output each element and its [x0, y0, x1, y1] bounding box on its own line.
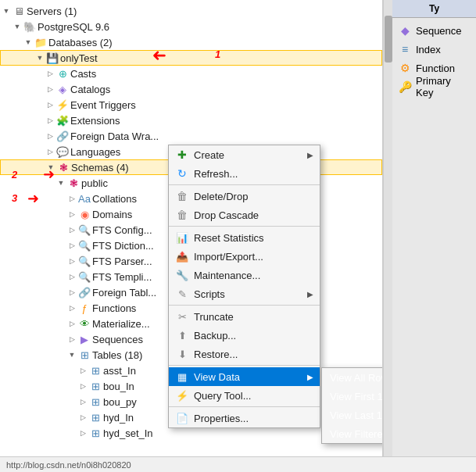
expander-collations[interactable]: ▷ — [66, 192, 78, 205]
label-casts: Casts — [70, 68, 96, 80]
expander-domains[interactable]: ▷ — [66, 208, 78, 220]
icon-catalogs: ◈ — [56, 83, 69, 95]
icon-sequences: ▶ — [78, 333, 91, 345]
url-bar: http://blog.csdn.net/n0i8h020820 — [0, 456, 476, 472]
expander-ftsConfig[interactable]: ▷ — [66, 223, 78, 236]
rp-label-function: Function — [416, 63, 455, 74]
icon-functions: ƒ — [78, 302, 91, 314]
cm-item-view_data[interactable]: ▦ View Data ▶ View All RowsView First 10… — [169, 367, 320, 386]
icon-casts: ⊕ — [56, 67, 69, 80]
cm-item-maintenance[interactable]: 🔧 Maintenance... — [169, 266, 320, 284]
expander-ftsTempli[interactable]: ▷ — [66, 270, 78, 283]
cm-item-reset_stats[interactable]: 📊 Reset Statistics — [169, 228, 320, 247]
expander-hyd_In[interactable]: ▷ — [77, 411, 89, 424]
expander-tables18[interactable]: ▼ — [66, 349, 78, 361]
icon-ftsParser: 🔍 — [78, 255, 91, 267]
tree-item-extensions[interactable]: ▷ 🧩 Extensions — [0, 113, 382, 128]
icon-materialize: 👁 — [78, 317, 91, 330]
annotation-3: 3 — [12, 192, 17, 204]
cm-label-truncate: Truncate — [194, 311, 313, 323]
expander-eventTriggers[interactable]: ▷ — [44, 98, 56, 111]
label-onlyTest: onlyTest — [60, 52, 98, 64]
cm-item-query_tool[interactable]: ⚡ Query Tool... — [169, 386, 320, 405]
label-materialize: Materialize... — [92, 318, 150, 330]
expander-databases[interactable]: ▼ — [22, 36, 34, 48]
tree-item-onlyTest[interactable]: ▼ 💾 onlyTest — [0, 50, 382, 66]
expander-sequences[interactable]: ▷ — [66, 333, 78, 345]
cm-item-delete_drop[interactable]: 🗑 Delete/Drop — [169, 187, 320, 206]
label-sequences: Sequences — [92, 334, 143, 345]
label-postgres: PostgreSQL 9.6 — [38, 21, 109, 33]
icon-tables18: ⊞ — [78, 349, 91, 361]
submenu-item-view_filtered[interactable]: View Filtered Rows... — [322, 424, 383, 443]
cm-item-backup[interactable]: ⬆ Backup... — [169, 326, 320, 345]
rp-label-sequence: Sequence — [416, 25, 462, 37]
icon-public: ❃ — [67, 177, 80, 189]
rp-item-primary_key[interactable]: 🔑 Primary Key — [392, 77, 476, 96]
icon-ftsConfig: 🔍 — [78, 223, 91, 236]
expander-bou_py[interactable]: ▷ — [77, 395, 89, 408]
cm-item-scripts[interactable]: ✎ Scripts ▶ — [169, 284, 320, 303]
rp-item-sequence[interactable]: ◆ Sequence — [392, 21, 476, 40]
submenu-item-view_first_100[interactable]: View First 100 Rows — [322, 387, 383, 406]
label-extensions: Extensions — [70, 115, 120, 127]
expander-postgres[interactable]: ▼ — [11, 20, 23, 33]
submenu-item-view_all_rows[interactable]: View All Rows — [322, 368, 383, 387]
cm-item-drop_cascade[interactable]: 🗑 Drop Cascade — [169, 206, 320, 224]
context-menu: ✚ Create ▶ ↻ Refresh... 🗑 Delete/Drop 🗑 … — [168, 145, 320, 428]
cm-label-backup: Backup... — [194, 330, 313, 341]
expander-extensions[interactable]: ▷ — [44, 114, 56, 127]
cm-icon-refresh: ↻ — [175, 166, 189, 181]
cm-icon-truncate: ✂ — [175, 309, 189, 324]
expander-servers[interactable]: ▼ — [0, 5, 13, 17]
icon-onlyTest: 💾 — [46, 52, 59, 64]
arrow-1: ➜ — [152, 45, 166, 66]
expander-bou_In[interactable]: ▷ — [77, 380, 89, 392]
expander-public[interactable]: ▼ — [55, 177, 67, 189]
tree-item-databases[interactable]: ▼ 📁 Databases (2) — [0, 34, 382, 50]
scrollbar[interactable] — [383, 0, 392, 456]
cm-item-truncate[interactable]: ✂ Truncate — [169, 307, 320, 326]
tree-item-servers[interactable]: ▼ 🖥 Servers (1) — [0, 3, 382, 19]
tree-item-foreignDataWra[interactable]: ▷ 🔗 Foreign Data Wra... — [0, 128, 382, 144]
cm-item-refresh[interactable]: ↻ Refresh... — [169, 164, 320, 183]
cm-icon-backup: ⬆ — [175, 328, 189, 342]
cm-label-properties: Properties... — [194, 413, 313, 424]
label-ftsParser: FTS Parser... — [92, 256, 152, 267]
cm-item-create[interactable]: ✚ Create ▶ — [169, 145, 320, 164]
expander-catalogs[interactable]: ▷ — [44, 83, 56, 95]
icon-hyd_set_In: ⊞ — [89, 427, 102, 439]
expander-materialize[interactable]: ▷ — [66, 317, 78, 330]
cm-separator-1 — [169, 184, 320, 185]
tree-item-casts[interactable]: ▷ ⊕ Casts — [0, 66, 382, 81]
sm-label-view_last_100: View Last 100 Rows — [330, 409, 383, 421]
label-domains: Domains — [92, 209, 132, 220]
rp-icon-primary_key: 🔑 — [399, 80, 411, 93]
expander-functions[interactable]: ▷ — [66, 302, 78, 314]
rp-item-index[interactable]: ≡ Index — [392, 40, 476, 59]
expander-hyd_set_In[interactable]: ▷ — [77, 427, 89, 439]
expander-ftsDiction[interactable]: ▷ — [66, 239, 78, 252]
cm-item-properties[interactable]: 📄 Properties... — [169, 409, 320, 427]
expander-foreignTabl[interactable]: ▷ — [66, 286, 78, 299]
cm-item-import_export[interactable]: 📤 Import/Export... — [169, 247, 320, 266]
cm-label-refresh: Refresh... — [194, 168, 313, 180]
tree-item-catalogs[interactable]: ▷ ◈ Catalogs — [0, 81, 382, 97]
icon-foreignDataWra: 🔗 — [56, 130, 69, 142]
expander-onlyTest[interactable]: ▼ — [34, 52, 46, 64]
expander-foreignDataWra[interactable]: ▷ — [44, 130, 56, 142]
expander-languages[interactable]: ▷ — [44, 145, 56, 158]
tree-item-eventTriggers[interactable]: ▷ ⚡ Event Triggers — [0, 97, 382, 113]
annotation-1: 1 — [215, 48, 220, 60]
submenu-item-view_last_100[interactable]: View Last 100 Rows — [322, 406, 383, 424]
expander-ftsParser[interactable]: ▷ — [66, 255, 78, 267]
scrollbar-thumb[interactable] — [385, 16, 392, 63]
submenu-view-data: View All RowsView First 100 RowsView Las… — [321, 367, 383, 444]
cm-icon-create: ✚ — [175, 148, 189, 162]
expander-casts[interactable]: ▷ — [44, 67, 56, 80]
cm-icon-delete_drop: 🗑 — [175, 189, 189, 203]
cm-item-restore[interactable]: ⬇ Restore... — [169, 345, 320, 363]
cm-separator-10 — [169, 365, 320, 366]
expander-asst_In[interactable]: ▷ — [77, 364, 89, 377]
tree-item-postgres[interactable]: ▼ 🐘 PostgreSQL 9.6 — [0, 19, 382, 34]
